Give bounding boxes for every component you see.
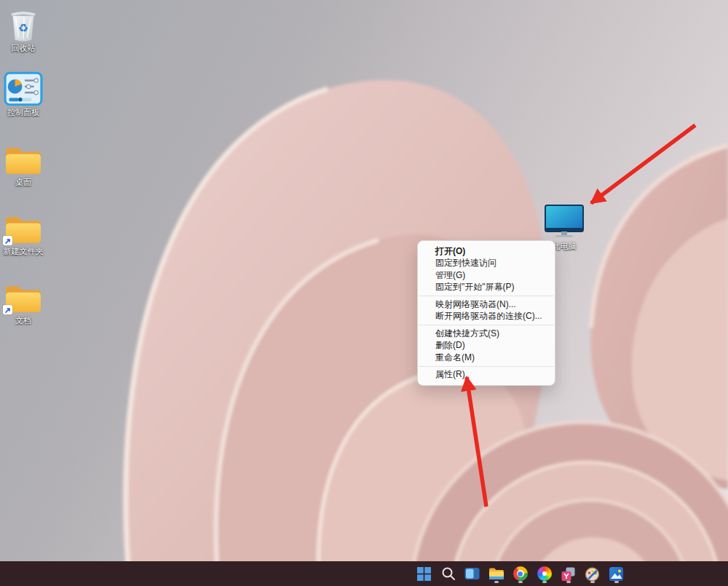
menu-separator: [419, 296, 554, 296]
recycle-bin-icon: ♻: [1, 6, 46, 42]
search-button[interactable]: [438, 563, 458, 584]
desktop-icon-label: 文档: [1, 316, 46, 325]
menu-item-manage[interactable]: 管理(G): [418, 269, 555, 282]
photos-button[interactable]: [606, 563, 626, 584]
color-wheel-app-button[interactable]: [534, 563, 554, 584]
folder-shortcut-icon: [1, 278, 46, 314]
taskbar-icon-group: [414, 561, 626, 586]
pink-squares-icon: [561, 566, 576, 582]
magnifier-icon: [441, 566, 456, 581]
menu-item-pin-to-start[interactable]: 固定到"开始"屏幕(P): [418, 282, 555, 294]
paint-app-button[interactable]: [582, 563, 602, 584]
chrome-icon: [513, 566, 528, 581]
windows11-desktop: ♻ 回收站 控制面板: [0, 0, 728, 586]
desktop-icon-label: 回收站: [1, 44, 46, 53]
svg-text:♻: ♻: [18, 21, 28, 35]
desktop-icon-documents-folder[interactable]: 文档: [1, 278, 46, 325]
start-button[interactable]: [414, 563, 434, 584]
desktop-icon-recycle-bin[interactable]: ♻ 回收站: [1, 6, 46, 53]
desktop-icon-desktop-folder[interactable]: 桌面: [1, 140, 46, 187]
shortcut-arrow-icon: [3, 305, 12, 314]
control-panel-icon: [1, 70, 46, 106]
bloom-wallpaper-art: [0, 0, 728, 586]
desktop-icon-control-panel[interactable]: 控制面板: [1, 70, 46, 117]
desktop-icon-label: 桌面: [1, 178, 46, 187]
menu-item-delete[interactable]: 删除(D): [418, 340, 555, 352]
desktop-icon-new-folder[interactable]: 新建文件夹: [1, 209, 46, 256]
desktop-icon-label: 控制面板: [1, 108, 46, 117]
folder-icon: [488, 567, 505, 581]
task-view-button[interactable]: [462, 563, 482, 584]
monitor-icon: [542, 202, 587, 240]
file-explorer-button[interactable]: [486, 563, 506, 584]
shortcut-arrow-icon: [3, 236, 12, 245]
desktop-icon-label: 新建文件夹: [1, 247, 46, 256]
pink-app-button[interactable]: [558, 563, 578, 584]
menu-separator: [419, 366, 554, 367]
menu-item-disconnect-network-drive[interactable]: 断开网络驱动器的连接(C)...: [418, 311, 555, 323]
color-wheel-icon: [537, 566, 552, 581]
menu-item-map-network-drive[interactable]: 映射网络驱动器(N)...: [418, 298, 555, 311]
menu-item-pin-to-quick-access[interactable]: 固定到快速访问: [418, 258, 555, 270]
taskbar: [0, 561, 728, 586]
menu-item-open[interactable]: 打开(O): [418, 245, 555, 258]
menu-item-properties[interactable]: 属性(R): [418, 369, 555, 381]
folder-icon: [1, 140, 46, 176]
folder-shortcut-icon: [1, 209, 46, 245]
menu-item-create-shortcut[interactable]: 创建快捷方式(S): [418, 328, 555, 340]
menu-item-rename[interactable]: 重命名(M): [418, 352, 555, 364]
task-view-icon: [464, 566, 480, 581]
context-menu: 打开(O) 固定到快速访问 管理(G) 固定到"开始"屏幕(P) 映射网络驱动器…: [417, 240, 555, 386]
windows-logo-icon: [417, 567, 431, 581]
chrome-button[interactable]: [510, 563, 530, 584]
menu-separator: [419, 325, 554, 325]
palette-icon: [585, 566, 600, 582]
photo-icon: [609, 566, 624, 582]
